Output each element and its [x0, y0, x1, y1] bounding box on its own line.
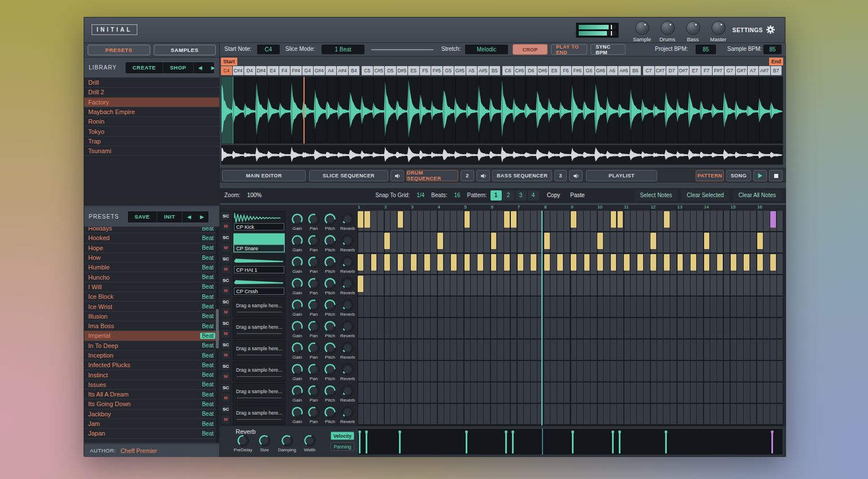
grid-cell[interactable]	[450, 232, 457, 252]
grid-cell[interactable]	[444, 361, 450, 381]
grid-cell[interactable]	[518, 382, 523, 403]
grid-cell[interactable]	[691, 318, 697, 338]
grid-cell[interactable]	[377, 297, 384, 317]
grid-cell[interactable]	[531, 297, 537, 317]
mute-button[interactable]: M	[221, 221, 231, 231]
grid-cell[interactable]	[491, 361, 497, 381]
grid-cell[interactable]	[411, 232, 417, 252]
grid-cell[interactable]	[511, 318, 517, 338]
grid-cell[interactable]	[484, 318, 490, 338]
grid-cell[interactable]	[491, 339, 497, 360]
grid-cell[interactable]	[750, 254, 757, 274]
note-cell-E6[interactable]: E6	[549, 66, 560, 75]
grid-cell[interactable]	[598, 211, 604, 231]
select-notes-button[interactable]: Select Notes	[635, 190, 678, 201]
grid-cell[interactable]	[631, 297, 637, 317]
mute-button[interactable]: M	[221, 286, 231, 295]
grid-cell[interactable]	[644, 254, 650, 274]
grid-cell[interactable]	[518, 404, 523, 424]
grid-cell[interactable]	[557, 361, 563, 381]
step-note[interactable]	[465, 211, 470, 228]
grid-cell[interactable]	[444, 275, 450, 295]
grid-cell[interactable]	[731, 211, 736, 231]
grid-cell[interactable]	[497, 232, 504, 252]
step-note[interactable]	[504, 254, 510, 271]
grid-cell[interactable]	[424, 318, 430, 338]
step-note[interactable]	[624, 254, 630, 271]
grid-cell[interactable]	[710, 275, 717, 295]
grid-cell[interactable]	[637, 404, 643, 424]
grid-cell[interactable]	[657, 339, 663, 360]
preset-item[interactable]: HowBeat	[84, 253, 219, 263]
grid-cell[interactable]	[670, 211, 676, 231]
grid-cell[interactable]	[663, 339, 670, 360]
grid-cell[interactable]	[571, 297, 577, 317]
grid-cell[interactable]	[478, 339, 484, 360]
grid-cell[interactable]	[571, 382, 577, 403]
grid-cell[interactable]	[518, 211, 523, 231]
grid-cell[interactable]	[450, 382, 457, 403]
start-note-value[interactable]: C4	[257, 45, 280, 54]
channel-knob-gain[interactable]: Gain	[289, 406, 306, 424]
grid-cell[interactable]	[404, 297, 410, 317]
grid-cell[interactable]	[750, 361, 757, 381]
stretch-value[interactable]: Melodic	[465, 45, 508, 54]
grid-cell[interactable]	[418, 297, 424, 317]
channel-knob-reverb[interactable]: Reverb	[339, 234, 356, 252]
grid-cell[interactable]	[591, 339, 597, 360]
channel-knob-pan[interactable]: Pan	[305, 341, 322, 360]
grid-cell[interactable]	[591, 382, 597, 403]
grid-cell[interactable]	[651, 297, 657, 317]
sample-thumbnail[interactable]: CP HAt 1	[233, 254, 285, 275]
grid-cell[interactable]	[731, 404, 736, 424]
grid-cell[interactable]	[557, 232, 563, 252]
grid-cell[interactable]	[471, 339, 477, 360]
step-note[interactable]	[571, 211, 576, 228]
grid-cell[interactable]	[750, 211, 757, 231]
grid-cell[interactable]	[431, 254, 437, 274]
grid-cell[interactable]	[471, 382, 477, 403]
channel-knob-gain[interactable]: Gain	[289, 212, 306, 231]
grid-cell[interactable]	[404, 211, 410, 231]
grid-cell[interactable]	[444, 254, 450, 274]
grid-cell[interactable]	[444, 211, 450, 231]
grid-cell[interactable]	[431, 211, 437, 231]
grid-cell[interactable]	[418, 318, 424, 338]
grid-cell[interactable]	[484, 297, 490, 317]
grid-cell[interactable]	[763, 404, 770, 424]
drum-audition-speaker-icon[interactable]	[476, 170, 490, 181]
grid-cell[interactable]	[704, 297, 710, 317]
note-cell-D#5[interactable]: D#5	[397, 66, 408, 75]
step-note[interactable]	[491, 254, 497, 271]
grid-cell[interactable]	[651, 339, 657, 360]
grid-cell[interactable]	[465, 382, 470, 403]
grid-cell[interactable]	[457, 232, 463, 252]
step-note[interactable]	[704, 233, 710, 249]
grid-cell[interactable]	[604, 297, 610, 317]
grid-cell[interactable]	[624, 382, 630, 403]
step-note[interactable]	[611, 211, 617, 228]
note-cell-F#7[interactable]: F#7	[713, 66, 724, 75]
song-mode-button[interactable]: SONG	[726, 170, 751, 181]
grid-cell[interactable]	[584, 339, 590, 360]
grid-cell[interactable]	[557, 275, 563, 295]
copy-button[interactable]: Copy	[544, 192, 563, 198]
channel-knob-reverb[interactable]: Reverb	[339, 255, 356, 274]
grid-cell[interactable]	[710, 404, 717, 424]
grid-cell[interactable]	[438, 318, 444, 338]
channel-knob-pan[interactable]: Pan	[305, 255, 322, 274]
crop-button[interactable]: CROP	[513, 44, 548, 55]
mute-button[interactable]: M	[221, 393, 231, 403]
sync-bpm-button[interactable]: SYNC BPM	[591, 44, 626, 55]
grid-cell[interactable]	[710, 297, 717, 317]
grid-cell[interactable]	[704, 211, 710, 231]
grid-cell[interactable]	[444, 404, 450, 424]
grid-cell[interactable]	[544, 382, 550, 403]
grid-cell[interactable]	[617, 254, 623, 274]
grid-cell[interactable]	[657, 232, 663, 252]
grid-cell[interactable]	[511, 382, 517, 403]
grid-cell[interactable]	[631, 254, 637, 274]
grid-cell[interactable]	[511, 339, 517, 360]
grid-cell[interactable]	[624, 211, 630, 231]
grid-cell[interactable]	[531, 361, 537, 381]
